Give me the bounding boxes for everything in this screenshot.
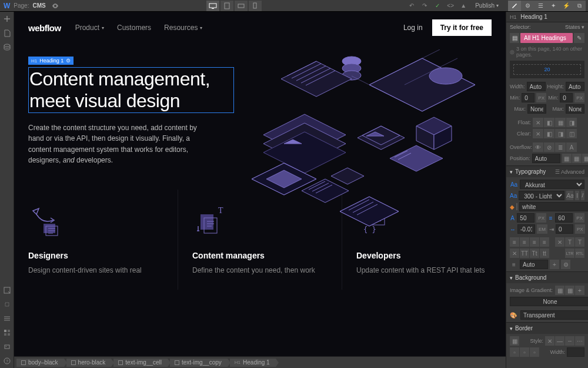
nav-product[interactable]: Product▾ bbox=[75, 24, 104, 32]
max-height-input[interactable] bbox=[566, 104, 584, 114]
nav-resources[interactable]: Resources▾ bbox=[164, 24, 202, 32]
clear-none-button[interactable]: ✕ bbox=[533, 129, 543, 138]
float-none-button[interactable]: ✕ bbox=[533, 118, 543, 127]
selector-nav-icon[interactable]: ▤ bbox=[510, 33, 519, 43]
webflow-brand-icon[interactable]: W bbox=[4, 2, 10, 10]
crumb-item[interactable]: text-img__cell bbox=[113, 359, 168, 367]
decoration-strike-button[interactable]: T bbox=[575, 237, 584, 247]
typography-header[interactable]: ▾ Typography ☰ Advanced bbox=[506, 166, 588, 177]
pos-btn-2[interactable]: ▦ bbox=[572, 154, 582, 163]
max-width-input[interactable] bbox=[527, 104, 546, 114]
interactions-toggle[interactable]: ✦ bbox=[547, 1, 560, 11]
crumb-item[interactable]: text-img__copy bbox=[170, 359, 228, 367]
line-height-input[interactable] bbox=[555, 213, 573, 223]
align-justify-button[interactable]: ≡ bbox=[540, 237, 549, 247]
effects-toggle[interactable]: ⚡ bbox=[560, 1, 573, 11]
color-name-input[interactable] bbox=[519, 202, 588, 211]
transform-cap-button[interactable]: Tt bbox=[530, 248, 539, 258]
pos-btn-1[interactable]: ▦ bbox=[562, 154, 572, 163]
background-header[interactable]: ▾ Background bbox=[506, 272, 588, 283]
weight-select[interactable]: 300 - Light bbox=[519, 191, 564, 200]
dir-ltr-button[interactable]: LTR bbox=[565, 248, 574, 258]
phone-landscape-button[interactable] bbox=[235, 1, 248, 11]
tool-1[interactable] bbox=[0, 283, 14, 297]
min-width-input[interactable] bbox=[522, 93, 534, 102]
border-header[interactable]: ▾ Border bbox=[506, 323, 588, 334]
font-select[interactable]: Akkurat bbox=[520, 180, 584, 189]
login-link[interactable]: Log in bbox=[403, 24, 423, 32]
hero-heading[interactable]: Content management, meet visual design bbox=[28, 67, 234, 113]
border-side-3[interactable]: ▫ bbox=[530, 347, 539, 357]
undo-button[interactable]: ↶ bbox=[406, 1, 417, 11]
gradient-add-button[interactable]: + bbox=[575, 286, 584, 295]
phone-view-button[interactable] bbox=[249, 1, 262, 11]
margin-preview[interactable]: 20 bbox=[510, 61, 584, 78]
selection-indicator[interactable]: H1 Heading 1 ⚙ bbox=[28, 57, 74, 65]
border-all-button[interactable]: ▦ bbox=[510, 336, 519, 346]
advanced-toggle[interactable]: ☰ Advanced bbox=[555, 169, 584, 175]
align-left-button[interactable]: ≡ bbox=[510, 237, 519, 247]
shadow-settings-button[interactable]: ⚙ bbox=[561, 260, 570, 269]
desktop-view-button[interactable] bbox=[206, 1, 219, 11]
add-element-button[interactable] bbox=[0, 12, 14, 26]
shadow-add-button[interactable]: + bbox=[550, 260, 559, 269]
size-unit[interactable]: PX bbox=[536, 213, 546, 223]
preview-icon[interactable] bbox=[49, 1, 61, 11]
selector-edit-button[interactable]: ✎ bbox=[574, 33, 584, 43]
clear-right-button[interactable]: ◨ bbox=[555, 129, 566, 138]
clear-both-button[interactable]: ◫ bbox=[566, 129, 577, 138]
feature-designers[interactable]: Designers Design content-driven sites wi… bbox=[14, 190, 178, 290]
position-select[interactable] bbox=[532, 154, 560, 163]
overflow-visible-button[interactable]: 👁 bbox=[533, 142, 543, 152]
transform-upper-button[interactable]: TT bbox=[520, 248, 529, 258]
gradient-value[interactable] bbox=[510, 297, 588, 306]
clear-left-button[interactable]: ◧ bbox=[544, 129, 554, 138]
gradient-btn-2[interactable]: ▦ bbox=[565, 286, 574, 295]
letter-spacing-input[interactable] bbox=[517, 224, 535, 234]
tool-5[interactable] bbox=[0, 340, 14, 354]
tool-3[interactable] bbox=[0, 311, 14, 326]
selector-chip[interactable]: All H1 Headings bbox=[520, 33, 573, 43]
crumb-item[interactable]: hero-black bbox=[66, 359, 112, 367]
redo-button[interactable]: ↷ bbox=[419, 1, 430, 11]
nav-panel-toggle[interactable]: ☰ bbox=[534, 1, 547, 11]
nav-customers[interactable]: Customers bbox=[117, 24, 151, 32]
decoration-none-button[interactable]: ✕ bbox=[555, 237, 564, 247]
align-right-button[interactable]: ≡ bbox=[530, 237, 539, 247]
border-dotted-button[interactable]: ⋯ bbox=[575, 336, 584, 346]
italic-button[interactable]: Aa bbox=[566, 191, 573, 200]
export-icon[interactable]: ▲ bbox=[457, 1, 469, 11]
indent-input[interactable] bbox=[556, 224, 573, 234]
border-side-2[interactable]: ▫ bbox=[520, 347, 529, 357]
float-left-button[interactable]: ◧ bbox=[544, 118, 554, 127]
status-ok-icon[interactable]: ✓ bbox=[432, 1, 443, 11]
help-button[interactable]: ? bbox=[0, 354, 14, 368]
transform-lower-button[interactable]: tt bbox=[540, 248, 549, 258]
overflow-scroll-button[interactable]: ≣ bbox=[555, 142, 566, 152]
selection-gear-icon[interactable]: ⚙ bbox=[66, 58, 71, 64]
border-none-button[interactable]: ✕ bbox=[545, 336, 554, 346]
code-icon[interactable]: <> bbox=[445, 1, 456, 11]
decoration-underline-button[interactable]: T bbox=[565, 237, 574, 247]
text-color-swatch[interactable] bbox=[516, 203, 517, 210]
cms-button[interactable] bbox=[0, 40, 14, 54]
overflow-hidden-button[interactable]: ⊘ bbox=[544, 142, 554, 152]
style-panel-toggle[interactable] bbox=[508, 1, 521, 11]
gradient-btn-1[interactable]: ▦ bbox=[555, 286, 564, 295]
shadow-input[interactable] bbox=[520, 260, 548, 269]
page-name[interactable]: CMS bbox=[32, 2, 45, 9]
webflow-logo[interactable]: webflow bbox=[28, 23, 61, 33]
letter-unit[interactable]: EM bbox=[537, 224, 547, 234]
line-unit[interactable]: PX bbox=[574, 213, 584, 223]
tablet-view-button[interactable] bbox=[220, 1, 233, 11]
border-side-1[interactable]: ▫ bbox=[510, 347, 519, 357]
font-style-2[interactable]: 𝐼 bbox=[581, 191, 584, 200]
transform-none-button[interactable]: ✕ bbox=[510, 248, 519, 258]
crumb-item[interactable]: H1Heading 1 bbox=[230, 359, 276, 367]
border-solid-button[interactable]: — bbox=[555, 336, 564, 346]
tool-4[interactable] bbox=[0, 326, 14, 340]
indent-unit[interactable]: PX bbox=[575, 224, 585, 234]
border-dashed-button[interactable]: ╌ bbox=[565, 336, 574, 346]
try-free-button[interactable]: Try it for free bbox=[432, 19, 492, 36]
width-input[interactable] bbox=[527, 82, 546, 91]
